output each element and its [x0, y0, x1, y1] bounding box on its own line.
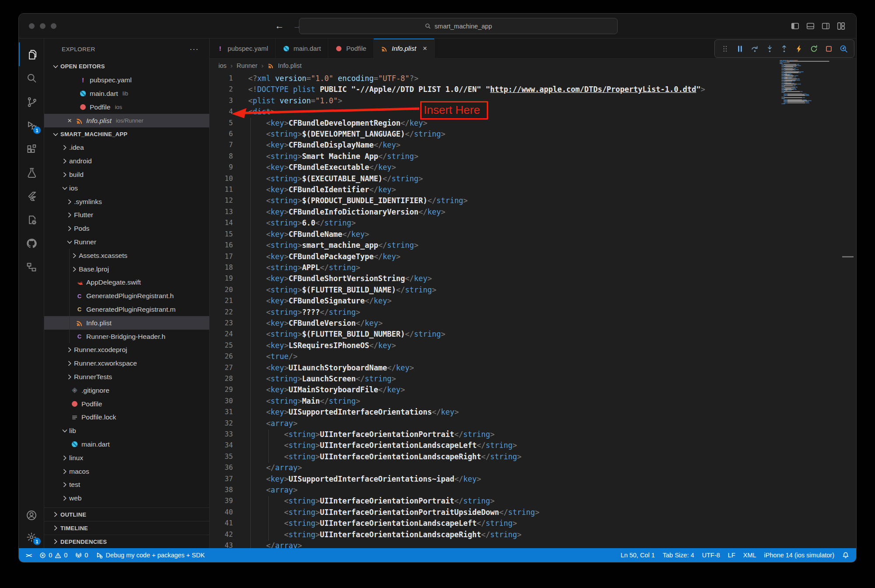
- status-encoding[interactable]: UTF-8: [702, 552, 720, 559]
- scrollbar-mark[interactable]: [842, 256, 854, 257]
- close-window-button[interactable]: [29, 23, 35, 29]
- maximize-window-button[interactable]: [51, 23, 56, 29]
- problems-status[interactable]: 00: [39, 552, 67, 559]
- line-number: 24: [210, 329, 233, 340]
- chevron-right-icon: [61, 158, 68, 165]
- stop-icon[interactable]: [824, 44, 833, 53]
- tree-item-test[interactable]: test: [44, 478, 209, 492]
- activity-item-references[interactable]: [19, 255, 44, 279]
- activity-item-accounts[interactable]: [19, 504, 44, 526]
- code-line: 17 <key>CFBundlePackageType</key>: [210, 251, 856, 262]
- status-device-target[interactable]: iPhone 14 (ios simulator): [764, 552, 834, 559]
- more-actions-icon[interactable]: ···: [190, 45, 199, 54]
- chevron-right-icon: [71, 252, 78, 259]
- back-icon[interactable]: ←: [275, 21, 284, 31]
- tree-item-ios[interactable]: ios: [44, 181, 209, 195]
- code-line: 37 <key>UISupportedInterfaceOrientations…: [210, 474, 856, 485]
- tree-item-macos[interactable]: macos: [44, 465, 209, 478]
- line-content: <key>CFBundleName</key>: [233, 229, 369, 240]
- status-cursor-position[interactable]: Ln 50, Col 1: [621, 552, 655, 559]
- inspector-icon[interactable]: [839, 44, 848, 53]
- tree-item-podfile-lock[interactable]: Podfile.lock: [44, 411, 209, 424]
- tree-item-pods[interactable]: Pods: [44, 222, 209, 236]
- toggle-panel-icon[interactable]: [806, 21, 815, 31]
- activity-item-testing[interactable]: [19, 161, 44, 184]
- tree-item--symlinks[interactable]: .symlinks: [44, 195, 209, 208]
- line-content: <key>UISupportedInterfaceOrientations</k…: [233, 407, 459, 418]
- toggle-primary-sidebar-icon[interactable]: [791, 21, 800, 31]
- breadcrumb-item[interactable]: Info.plist: [278, 62, 302, 69]
- ports-status[interactable]: 0: [75, 552, 88, 559]
- tree-item-runner-xcodeproj[interactable]: Runner.xcodeproj: [44, 343, 209, 357]
- activity-item-flutter[interactable]: [19, 184, 44, 208]
- tree-item-web[interactable]: web: [44, 492, 209, 505]
- close-icon[interactable]: ×: [66, 117, 73, 124]
- project-root-header[interactable]: SMART_MACHINE_APP: [44, 127, 209, 141]
- step-out-icon[interactable]: [780, 44, 789, 53]
- tree-item-main-dart[interactable]: main.dart: [44, 438, 209, 451]
- breadcrumb-item[interactable]: Runner: [237, 62, 258, 69]
- sidebar-section-timeline[interactable]: TIMELINE: [44, 521, 209, 535]
- tree-item-linux[interactable]: linux: [44, 451, 209, 465]
- code-editor[interactable]: 1<?xml version="1.0" encoding="UTF-8"?>2…: [210, 72, 856, 548]
- line-content: <key>UIMainStoryboardFile</key>: [233, 384, 405, 395]
- activity-item-source-control[interactable]: [19, 90, 44, 113]
- open-editors-header[interactable]: OPEN EDITORS: [44, 60, 209, 73]
- status-tab-size[interactable]: Tab Size: 4: [663, 552, 694, 559]
- step-over-icon[interactable]: [750, 44, 759, 53]
- tree-item--gitignore[interactable]: .gitignore: [44, 384, 209, 397]
- code-line: 34 <string>UIInterfaceOrientationLandsca…: [210, 440, 856, 451]
- notifications-bell-icon[interactable]: [842, 552, 849, 559]
- tab-main-dart[interactable]: main.dart: [276, 39, 329, 58]
- pause-icon[interactable]: [735, 44, 745, 53]
- gripper-icon[interactable]: [720, 44, 730, 53]
- breadcrumb-item[interactable]: ios: [218, 62, 227, 69]
- toggle-secondary-sidebar-icon[interactable]: [821, 21, 830, 31]
- activity-item-settings[interactable]: 1: [19, 526, 44, 548]
- step-into-icon[interactable]: [765, 44, 774, 53]
- remote-indicator[interactable]: ><: [26, 552, 32, 559]
- tree-item-android[interactable]: android: [44, 155, 209, 168]
- activity-item-run-debug[interactable]: 1: [19, 113, 44, 137]
- tree-item--idea[interactable]: .idea: [44, 141, 209, 155]
- sidebar-section-dependencies[interactable]: DEPENDENCIES: [44, 535, 209, 548]
- activity-item-search[interactable]: [19, 66, 44, 90]
- activity-item-explorer[interactable]: [19, 42, 44, 66]
- tab-info-plist[interactable]: Info.plist×: [374, 39, 435, 59]
- line-content: <string>$(EXECUTABLE_NAME)</string>: [233, 173, 423, 184]
- restart-icon[interactable]: [809, 44, 819, 53]
- close-icon[interactable]: ×: [423, 44, 427, 53]
- status-language-mode[interactable]: XML: [743, 552, 756, 559]
- activity-item-github[interactable]: [19, 232, 44, 255]
- open-editor-item[interactable]: !pubspec.yaml: [44, 73, 209, 87]
- tree-item-runner[interactable]: Runner: [44, 236, 209, 249]
- tree-item-label: .idea: [69, 144, 84, 151]
- line-number: 17: [210, 251, 233, 262]
- status-eol[interactable]: LF: [728, 552, 735, 559]
- open-editor-item[interactable]: main.dartlib: [44, 87, 209, 100]
- plist-file-icon: [76, 319, 83, 327]
- tab-pubspec-yaml[interactable]: !pubspec.yaml: [210, 39, 276, 58]
- tree-item-build[interactable]: build: [44, 168, 209, 182]
- minimap[interactable]: [780, 60, 843, 104]
- tree-item-label: Runner.xcodeproj: [74, 346, 127, 354]
- command-center-search[interactable]: smart_machine_app: [299, 18, 618, 34]
- open-editor-item[interactable]: ×Info.plistios/Runner: [44, 114, 209, 127]
- tree-item-flutter[interactable]: Flutter: [44, 208, 209, 222]
- tree-item-runner-xcworkspace[interactable]: Runner.xcworkspace: [44, 357, 209, 370]
- hot-reload-icon[interactable]: [794, 44, 804, 53]
- chevron-right-icon: [61, 468, 68, 475]
- tree-item-label: Runner: [74, 238, 96, 246]
- tree-item-lib[interactable]: lib: [44, 424, 209, 438]
- tab-podfile[interactable]: Podfile: [328, 39, 374, 58]
- tree-item-podfile[interactable]: Podfile: [44, 397, 209, 411]
- activity-item-extensions[interactable]: [19, 137, 44, 161]
- activity-item-file-settings[interactable]: [19, 208, 44, 232]
- minimize-window-button[interactable]: [40, 23, 46, 29]
- tree-item-runnertests[interactable]: RunnerTests: [44, 370, 209, 384]
- sidebar-section-outline[interactable]: OUTLINE: [44, 507, 209, 521]
- debug-configuration[interactable]: Debug my code + packages + SDK: [96, 552, 205, 559]
- line-number: 3: [210, 95, 233, 106]
- open-editor-item[interactable]: Podfileios: [44, 100, 209, 114]
- customize-layout-icon[interactable]: [836, 21, 846, 31]
